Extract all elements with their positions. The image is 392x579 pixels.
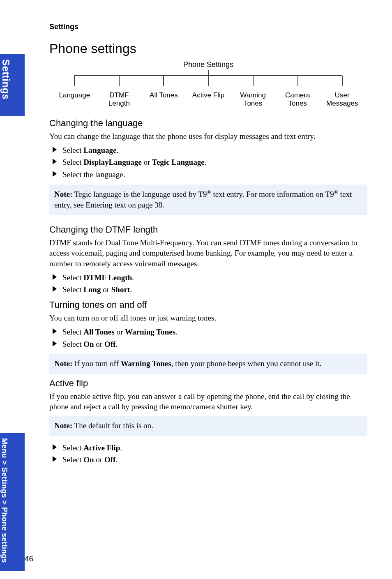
text-bold: Warning Tones	[121, 359, 171, 368]
svg-marker-12	[53, 274, 57, 280]
tree-leaf: User Messages	[320, 91, 364, 107]
text-bold: Warning Tones	[125, 328, 175, 336]
section-heading-dtmf: Changing the DTMF length	[49, 224, 367, 235]
step-list: Select Active Flip. Select On or Off.	[49, 442, 367, 466]
side-tab-major: Settings	[0, 54, 25, 116]
text-bold: Tegic Language	[152, 158, 205, 166]
text-bold: On	[83, 455, 94, 464]
note-box: Note: If you turn off Warning Tones, the…	[49, 354, 367, 374]
tree-root-label: Phone Settings	[49, 60, 367, 69]
page: Settings Menu > Settings > Phone setting…	[0, 0, 392, 579]
step-list: Select Language. Select DisplayLanguage …	[49, 144, 367, 180]
text: Select	[62, 146, 83, 155]
registered-trademark-icon: ®	[207, 189, 211, 195]
text: The default for this is on.	[72, 421, 153, 430]
text-bold: Off	[104, 340, 115, 348]
text-bold: Language	[83, 146, 116, 155]
tree-leaf-label: Active Flip	[192, 91, 224, 99]
text: Select the language.	[62, 170, 125, 179]
page-title: Phone settings	[49, 41, 367, 56]
note-label: Note:	[54, 190, 72, 198]
tree-leaf: Active Flip	[186, 91, 231, 107]
text: or	[115, 328, 125, 336]
triangle-bullet-icon	[53, 147, 57, 152]
side-rail: Settings Menu > Settings > Phone setting…	[0, 54, 25, 571]
paragraph: If you enable active flip, you can answe…	[49, 391, 367, 412]
text: .	[115, 340, 118, 348]
triangle-bullet-icon	[53, 159, 57, 164]
list-item: Select All Tones or Warning Tones.	[49, 326, 367, 338]
text: .	[175, 328, 178, 336]
note-box: Note: Tegic language is the language use…	[49, 185, 367, 215]
text: Select	[62, 328, 83, 336]
svg-marker-16	[53, 444, 57, 450]
list-item: Select Active Flip.	[49, 442, 367, 454]
svg-marker-9	[53, 147, 57, 152]
triangle-bullet-icon	[53, 274, 57, 280]
text: Tegic language is the language used by T…	[72, 190, 207, 198]
running-header: Settings	[49, 23, 367, 31]
tree-leaf-label: Warning Tones	[240, 91, 266, 107]
text: .	[115, 455, 118, 464]
text: Select	[62, 443, 83, 452]
tree-leaf-label: User Messages	[326, 91, 358, 107]
text-bold: DisplayLanguage	[83, 158, 141, 166]
svg-marker-13	[53, 286, 57, 292]
text-bold: DTMF Length	[83, 273, 132, 282]
text: Select	[62, 340, 83, 348]
text-bold: On	[83, 340, 94, 348]
tree-leaf-label: Camera Tones	[285, 91, 310, 107]
list-item: Select DisplayLanguage or Tegic Language…	[49, 156, 367, 168]
svg-marker-17	[53, 456, 57, 462]
triangle-bullet-icon	[53, 341, 57, 346]
paragraph: DTMF stands for Dual Tone Multi-Frequenc…	[49, 238, 367, 269]
text-bold: Short	[111, 285, 130, 294]
tree-leaf: Language	[52, 91, 97, 107]
svg-marker-11	[53, 171, 57, 177]
text: or	[94, 340, 104, 348]
text: or	[142, 158, 152, 166]
text: or	[101, 285, 111, 294]
registered-trademark-icon: ®	[334, 189, 338, 195]
text-bold: All Tones	[83, 328, 115, 336]
text: .	[205, 158, 207, 166]
list-item: Select the language.	[49, 168, 367, 180]
tree-leaf-label: All Tones	[150, 91, 178, 99]
side-tab-breadcrumb: Menu > Settings > Phone settings	[0, 433, 25, 571]
tree-leaf: Camera Tones	[275, 91, 320, 107]
tree-leaf: All Tones	[141, 91, 186, 107]
menu-tree-diagram: Phone Settings Language DTMF Length Al	[49, 60, 367, 107]
text: , then your phone beeps when you cannot …	[171, 359, 322, 368]
text: .	[120, 443, 122, 452]
triangle-bullet-icon	[53, 286, 57, 292]
tree-connector-icon	[52, 70, 364, 90]
list-item: Select Language.	[49, 144, 367, 156]
triangle-bullet-icon	[53, 444, 57, 450]
text: .	[116, 146, 118, 155]
side-tab-breadcrumb-label: Menu > Settings > Phone settings	[0, 433, 9, 567]
section-heading-activeflip: Active flip	[49, 378, 367, 389]
text: .	[132, 273, 134, 282]
list-item: Select DTMF Length.	[49, 272, 367, 284]
tree-leaf-label: DTMF Length	[108, 91, 130, 107]
svg-marker-14	[53, 328, 57, 334]
text-bold: Off	[104, 455, 115, 464]
paragraph: You can change the language that the pho…	[49, 131, 367, 142]
triangle-bullet-icon	[53, 456, 57, 462]
text: text entry. For more information on T9	[211, 190, 334, 198]
text-bold: Active Flip	[83, 443, 120, 452]
text: Select	[62, 285, 83, 294]
text: If you turn off	[72, 359, 120, 368]
paragraph: You can turn on or off all tones or just…	[49, 313, 367, 323]
text: Select	[62, 455, 83, 464]
svg-marker-10	[53, 159, 57, 164]
list-item: Select On or Off.	[49, 338, 367, 350]
text: or	[94, 455, 104, 464]
list-item: Select Long or Short.	[49, 284, 367, 295]
step-list: Select All Tones or Warning Tones. Selec…	[49, 326, 367, 350]
triangle-bullet-icon	[53, 328, 57, 334]
section-heading-language: Changing the language	[49, 118, 367, 129]
text-bold: Long	[83, 285, 101, 294]
note-box: Note: The default for this is on.	[49, 416, 367, 436]
text: Select	[62, 273, 83, 282]
